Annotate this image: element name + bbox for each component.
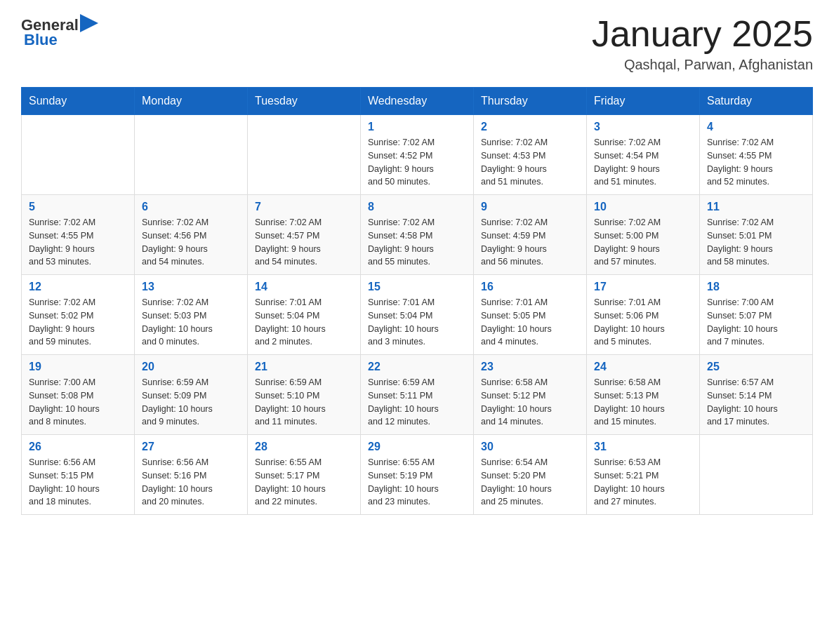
calendar-cell: 22Sunrise: 6:59 AM Sunset: 5:11 PM Dayli… <box>361 355 474 435</box>
calendar-cell: 28Sunrise: 6:55 AM Sunset: 5:17 PM Dayli… <box>248 435 361 515</box>
day-number: 25 <box>707 361 805 373</box>
month-title: January 2025 <box>592 14 813 54</box>
calendar-cell: 5Sunrise: 7:02 AM Sunset: 4:55 PM Daylig… <box>22 195 135 275</box>
day-info: Sunrise: 7:01 AM Sunset: 5:04 PM Dayligh… <box>255 296 353 349</box>
calendar-cell <box>22 115 135 195</box>
day-info: Sunrise: 7:00 AM Sunset: 5:07 PM Dayligh… <box>707 296 805 349</box>
calendar-header-monday: Monday <box>135 88 248 115</box>
day-number: 26 <box>29 441 127 453</box>
calendar-week-row: 12Sunrise: 7:02 AM Sunset: 5:02 PM Dayli… <box>22 275 813 355</box>
calendar-cell: 19Sunrise: 7:00 AM Sunset: 5:08 PM Dayli… <box>22 355 135 435</box>
page-header: General Blue January 2025 Qashqal, Parwa… <box>21 14 813 73</box>
calendar-week-row: 1Sunrise: 7:02 AM Sunset: 4:52 PM Daylig… <box>22 115 813 195</box>
day-info: Sunrise: 6:57 AM Sunset: 5:14 PM Dayligh… <box>707 376 805 429</box>
calendar-cell: 20Sunrise: 6:59 AM Sunset: 5:09 PM Dayli… <box>135 355 248 435</box>
calendar-header-friday: Friday <box>587 88 700 115</box>
day-info: Sunrise: 7:02 AM Sunset: 4:53 PM Dayligh… <box>481 136 579 189</box>
day-number: 10 <box>594 201 692 213</box>
day-info: Sunrise: 7:02 AM Sunset: 4:55 PM Dayligh… <box>29 216 127 269</box>
calendar-cell: 17Sunrise: 7:01 AM Sunset: 5:06 PM Dayli… <box>587 275 700 355</box>
day-number: 6 <box>142 201 240 213</box>
day-number: 31 <box>594 441 692 453</box>
calendar-header-thursday: Thursday <box>474 88 587 115</box>
day-info: Sunrise: 6:59 AM Sunset: 5:09 PM Dayligh… <box>142 376 240 429</box>
calendar-table: SundayMondayTuesdayWednesdayThursdayFrid… <box>21 87 813 515</box>
day-number: 21 <box>255 361 353 373</box>
day-info: Sunrise: 7:02 AM Sunset: 4:58 PM Dayligh… <box>368 216 466 269</box>
day-number: 22 <box>368 361 466 373</box>
day-number: 13 <box>142 281 240 293</box>
day-info: Sunrise: 6:59 AM Sunset: 5:10 PM Dayligh… <box>255 376 353 429</box>
calendar-week-row: 19Sunrise: 7:00 AM Sunset: 5:08 PM Dayli… <box>22 355 813 435</box>
day-info: Sunrise: 7:02 AM Sunset: 5:01 PM Dayligh… <box>707 216 805 269</box>
calendar-cell: 27Sunrise: 6:56 AM Sunset: 5:16 PM Dayli… <box>135 435 248 515</box>
day-info: Sunrise: 6:54 AM Sunset: 5:20 PM Dayligh… <box>481 456 579 509</box>
day-info: Sunrise: 7:02 AM Sunset: 4:59 PM Dayligh… <box>481 216 579 269</box>
day-number: 27 <box>142 441 240 453</box>
day-info: Sunrise: 7:00 AM Sunset: 5:08 PM Dayligh… <box>29 376 127 429</box>
day-info: Sunrise: 6:59 AM Sunset: 5:11 PM Dayligh… <box>368 376 466 429</box>
day-number: 5 <box>29 201 127 213</box>
day-info: Sunrise: 7:02 AM Sunset: 4:52 PM Dayligh… <box>368 136 466 189</box>
calendar-cell: 30Sunrise: 6:54 AM Sunset: 5:20 PM Dayli… <box>474 435 587 515</box>
day-info: Sunrise: 7:01 AM Sunset: 5:06 PM Dayligh… <box>594 296 692 349</box>
svg-marker-0 <box>80 14 98 32</box>
calendar-cell: 16Sunrise: 7:01 AM Sunset: 5:05 PM Dayli… <box>474 275 587 355</box>
day-info: Sunrise: 7:02 AM Sunset: 4:54 PM Dayligh… <box>594 136 692 189</box>
day-info: Sunrise: 6:58 AM Sunset: 5:12 PM Dayligh… <box>481 376 579 429</box>
day-info: Sunrise: 6:53 AM Sunset: 5:21 PM Dayligh… <box>594 456 692 509</box>
day-number: 19 <box>29 361 127 373</box>
day-number: 29 <box>368 441 466 453</box>
logo-blue-text: Blue <box>24 31 58 49</box>
day-info: Sunrise: 7:01 AM Sunset: 5:05 PM Dayligh… <box>481 296 579 349</box>
calendar-cell: 13Sunrise: 7:02 AM Sunset: 5:03 PM Dayli… <box>135 275 248 355</box>
day-info: Sunrise: 6:58 AM Sunset: 5:13 PM Dayligh… <box>594 376 692 429</box>
calendar-cell: 3Sunrise: 7:02 AM Sunset: 4:54 PM Daylig… <box>587 115 700 195</box>
day-info: Sunrise: 7:01 AM Sunset: 5:04 PM Dayligh… <box>368 296 466 349</box>
calendar-cell: 10Sunrise: 7:02 AM Sunset: 5:00 PM Dayli… <box>587 195 700 275</box>
day-number: 20 <box>142 361 240 373</box>
day-number: 17 <box>594 281 692 293</box>
calendar-cell: 8Sunrise: 7:02 AM Sunset: 4:58 PM Daylig… <box>361 195 474 275</box>
day-number: 1 <box>368 121 466 133</box>
day-info: Sunrise: 6:56 AM Sunset: 5:16 PM Dayligh… <box>142 456 240 509</box>
day-info: Sunrise: 7:02 AM Sunset: 5:00 PM Dayligh… <box>594 216 692 269</box>
calendar-cell: 18Sunrise: 7:00 AM Sunset: 5:07 PM Dayli… <box>700 275 813 355</box>
day-number: 2 <box>481 121 579 133</box>
day-info: Sunrise: 6:56 AM Sunset: 5:15 PM Dayligh… <box>29 456 127 509</box>
calendar-cell: 6Sunrise: 7:02 AM Sunset: 4:56 PM Daylig… <box>135 195 248 275</box>
calendar-header-row: SundayMondayTuesdayWednesdayThursdayFrid… <box>22 88 813 115</box>
day-number: 4 <box>707 121 805 133</box>
calendar-week-row: 5Sunrise: 7:02 AM Sunset: 4:55 PM Daylig… <box>22 195 813 275</box>
day-number: 18 <box>707 281 805 293</box>
calendar-cell: 14Sunrise: 7:01 AM Sunset: 5:04 PM Dayli… <box>248 275 361 355</box>
day-number: 24 <box>594 361 692 373</box>
calendar-cell: 4Sunrise: 7:02 AM Sunset: 4:55 PM Daylig… <box>700 115 813 195</box>
day-info: Sunrise: 7:02 AM Sunset: 4:55 PM Dayligh… <box>707 136 805 189</box>
day-number: 3 <box>594 121 692 133</box>
day-number: 11 <box>707 201 805 213</box>
calendar-week-row: 26Sunrise: 6:56 AM Sunset: 5:15 PM Dayli… <box>22 435 813 515</box>
day-info: Sunrise: 7:02 AM Sunset: 4:56 PM Dayligh… <box>142 216 240 269</box>
calendar-cell: 15Sunrise: 7:01 AM Sunset: 5:04 PM Dayli… <box>361 275 474 355</box>
day-number: 7 <box>255 201 353 213</box>
calendar-header-tuesday: Tuesday <box>248 88 361 115</box>
calendar-cell: 31Sunrise: 6:53 AM Sunset: 5:21 PM Dayli… <box>587 435 700 515</box>
calendar-cell: 9Sunrise: 7:02 AM Sunset: 4:59 PM Daylig… <box>474 195 587 275</box>
location-subtitle: Qashqal, Parwan, Afghanistan <box>592 57 813 73</box>
calendar-cell <box>700 435 813 515</box>
day-info: Sunrise: 7:02 AM Sunset: 4:57 PM Dayligh… <box>255 216 353 269</box>
calendar-cell: 7Sunrise: 7:02 AM Sunset: 4:57 PM Daylig… <box>248 195 361 275</box>
calendar-cell: 21Sunrise: 6:59 AM Sunset: 5:10 PM Dayli… <box>248 355 361 435</box>
day-info: Sunrise: 7:02 AM Sunset: 5:02 PM Dayligh… <box>29 296 127 349</box>
day-info: Sunrise: 6:55 AM Sunset: 5:17 PM Dayligh… <box>255 456 353 509</box>
calendar-cell: 24Sunrise: 6:58 AM Sunset: 5:13 PM Dayli… <box>587 355 700 435</box>
day-number: 12 <box>29 281 127 293</box>
day-number: 9 <box>481 201 579 213</box>
calendar-cell: 12Sunrise: 7:02 AM Sunset: 5:02 PM Dayli… <box>22 275 135 355</box>
calendar-header-sunday: Sunday <box>22 88 135 115</box>
day-number: 23 <box>481 361 579 373</box>
title-block: January 2025 Qashqal, Parwan, Afghanista… <box>592 14 813 73</box>
calendar-header-saturday: Saturday <box>700 88 813 115</box>
logo: General Blue <box>21 14 98 49</box>
